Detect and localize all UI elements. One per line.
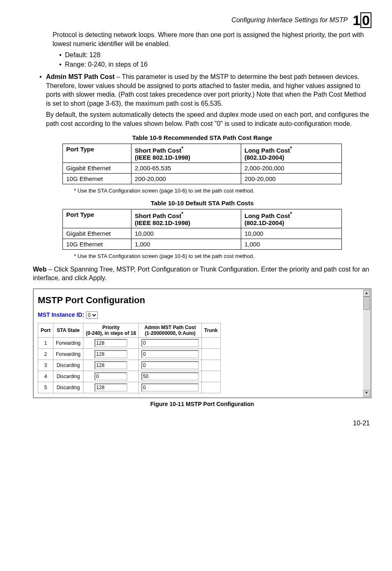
table-row: 10G Ethernet 200-20,000 200-20,000 [63, 173, 342, 184]
table-row: 1 Forwarding [38, 337, 221, 348]
cell-trunk [202, 348, 221, 360]
mst-instance-label: MST Instance ID: [38, 311, 86, 318]
scroll-up-icon[interactable]: ▲ [363, 290, 370, 297]
priority-input[interactable] [95, 339, 127, 347]
cell-trunk [202, 371, 221, 382]
admin-mst-para2: By default, the system automatically det… [46, 110, 371, 128]
cell-trunk [202, 337, 221, 348]
table-recommended-range: Port Type Short Path Cost*(IEEE 802.1D-1… [62, 144, 342, 184]
cell-state: Discarding [53, 360, 83, 371]
screenshot-window: ▲ ▼ MSTP Port Configuration MST Instance… [33, 288, 371, 398]
th-port-type: Port Type [63, 144, 131, 162]
table2-caption: Table 10-10 Default STA Path Costs [33, 200, 371, 207]
pathcost-input[interactable] [141, 350, 199, 358]
cell-port: 4 [38, 371, 53, 382]
th-port: Port [38, 323, 53, 337]
cell-port: 5 [38, 382, 53, 393]
cell-state: Discarding [53, 371, 83, 382]
table-row: Gigabit Ethernet 2,000-65,535 2,000-200,… [63, 162, 342, 173]
th-state: STA State [53, 323, 83, 337]
table-row: Gigabit Ethernet 10,000 10,000 [63, 228, 342, 239]
mst-instance-select[interactable]: 0 [86, 311, 98, 319]
figure-caption: Figure 10-11 MSTP Port Configuration [33, 401, 371, 407]
cell-trunk [202, 382, 221, 393]
pathcost-input[interactable] [141, 361, 199, 369]
table-row: 4 Discarding [38, 371, 221, 382]
pathcost-input[interactable] [141, 372, 199, 381]
th-port-type: Port Type [63, 209, 131, 228]
priority-input[interactable] [95, 372, 127, 381]
mstp-table: Port STA State Priority(0-240), in steps… [38, 323, 221, 393]
intro-paragraph: Protocol is detecting network loops. Whe… [53, 30, 371, 48]
pathcost-input[interactable] [141, 383, 199, 392]
admin-mst-label: Admin MST Path Cost [46, 73, 115, 80]
priority-input[interactable] [95, 361, 127, 369]
pathcost-input[interactable] [141, 339, 199, 347]
cell-state: Forwarding [53, 348, 83, 360]
table1-caption: Table 10-9 Recommended STA Path Cost Ran… [33, 134, 371, 141]
page-number: 10-21 [33, 420, 371, 427]
section-title: Configuring Interface Settings for MSTP [231, 16, 348, 24]
table-row: 10G Ethernet 1,000 1,000 [63, 239, 342, 249]
list-item: Range: 0-240, in steps of 16 [59, 60, 371, 69]
th-priority: Priority(0-240), in steps of 16 [83, 323, 139, 337]
cell-port: 1 [38, 337, 53, 348]
th-trunk: Trunk [202, 323, 221, 337]
scroll-down-icon[interactable]: ▼ [363, 390, 370, 397]
table-row: 2 Forwarding [38, 348, 221, 360]
scroll-thumb[interactable] [363, 297, 370, 310]
table1-footnote: * Use the STA Configuration screen (page… [74, 188, 371, 194]
th-short-path: Short Path Cost*(IEEE 802.1D-1998) [131, 209, 241, 228]
chapter-icon: 10 [353, 12, 371, 28]
priority-input[interactable] [95, 383, 127, 392]
th-long-path: Long Path Cost*(802.1D-2004) [241, 144, 342, 162]
cell-state: Discarding [53, 382, 83, 393]
chapter-letter: 0 [360, 12, 371, 28]
table-row: 5 Discarding [38, 382, 221, 393]
table-row: 3 Discarding [38, 360, 221, 371]
list-item: Default: 128 [59, 51, 371, 60]
cell-state: Forwarding [53, 337, 83, 348]
web-instructions: Web – Click Spanning Tree, MSTP, Port Co… [33, 265, 371, 283]
admin-mst-item: Admin MST Path Cost – This parameter is … [39, 72, 371, 128]
chapter-number: 1 [353, 13, 360, 27]
cell-port: 3 [38, 360, 53, 371]
priority-input[interactable] [95, 350, 127, 358]
th-path-cost: Admin MST Path Cost(1-200000000, 0:Auto) [139, 323, 202, 337]
table2-footnote: * Use the STA Configuration screen (page… [74, 253, 371, 259]
intro-bullet-list: Default: 128 Range: 0-240, in steps of 1… [33, 51, 371, 69]
screenshot-title: MSTP Port Configuration [38, 295, 360, 306]
cell-port: 2 [38, 348, 53, 360]
th-long-path: Long Path Cost*(802.1D-2004) [241, 209, 342, 228]
th-short-path: Short Path Cost*(IEEE 802.1D-1998) [131, 144, 241, 162]
cell-trunk [202, 360, 221, 371]
table-default-costs: Port Type Short Path Cost*(IEEE 802.1D-1… [62, 209, 342, 250]
